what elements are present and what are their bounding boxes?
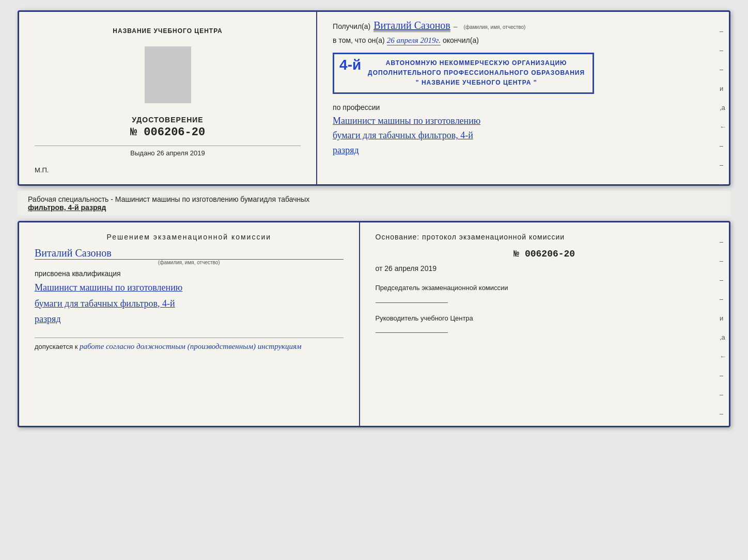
vtom-line: в том, что он(а) 26 апреля 2019г. окончи… <box>333 36 716 45</box>
recipient-name: Виталий Сазонов <box>373 20 450 32</box>
br-dashes: – – – – и ,а ← – – – <box>720 238 726 418</box>
specialty-text: Рабочая специальность - Машинист машины … <box>18 191 730 216</box>
bottom-right-panel: Основание: протокол экзаменационной коми… <box>360 222 729 426</box>
vtom-prefix: в том, что он(а) <box>333 36 385 44</box>
predsedatel-block: Председатель экзаменационной комиссии <box>376 283 713 303</box>
top-certificate: НАЗВАНИЕ УЧЕБНОГО ЦЕНТРА УДОСТОВЕРЕНИЕ №… <box>18 10 730 186</box>
predsedatel-signature-line <box>376 302 448 303</box>
osnovanie-title: Основание: протокол экзаменационной коми… <box>376 233 713 241</box>
vydano-date: 26 апреля 2019 <box>157 149 205 157</box>
udostoverenie-block: УДОСТОВЕРЕНИЕ № 006206-20 <box>130 116 205 139</box>
profession-line3: разряд <box>333 143 716 158</box>
dopusk-prefix: допускается к <box>35 343 77 350</box>
qual-line2: бумаги для табачных фильтров, 4-й <box>35 296 344 312</box>
po-professii-label: по профессии <box>333 103 716 111</box>
qual-line3: разряд <box>35 311 344 327</box>
poluchil-line: Получил(а) Виталий Сазонов – (фамилия, и… <box>333 20 716 32</box>
stamp-line1: АВТОНОМНУЮ НЕКОММЕРЧЕСКУЮ ОРГАНИЗАЦИЮ <box>368 58 585 68</box>
stamp-line2: ДОПОЛНИТЕЛЬНОГО ПРОФЕССИОНАЛЬНОГО ОБРАЗО… <box>368 68 585 78</box>
ot-date: от 26 апреля 2019 <box>376 264 713 273</box>
dopuskaetsya-block: допускается к работе согласно должностны… <box>35 338 344 351</box>
bottom-left-panel: Решением экзаменационной комиссии Витали… <box>19 222 360 426</box>
rukovoditel-signature-line <box>376 332 448 333</box>
center-name-top: НАЗВАНИЕ УЧЕБНОГО ЦЕНТРА <box>113 27 222 35</box>
rukovoditel-label: Руководитель учебного Центра <box>376 313 713 324</box>
dash-right: – <box>454 22 458 30</box>
predsedatel-label: Председатель экзаменационной комиссии <box>376 283 713 293</box>
cert-right-panel: Получил(а) Виталий Сазонов – (фамилия, и… <box>317 12 729 184</box>
qual-line1: Машинист машины по изготовлению <box>35 280 344 296</box>
ot-prefix: от <box>376 264 383 273</box>
profession-line2: бумаги для табачных фильтров, 4-й <box>333 128 716 143</box>
profession-line1: Машинист машины по изготовлению <box>333 114 716 129</box>
ot-date-value: 26 апреля 2019 <box>384 264 437 273</box>
document-container: НАЗВАНИЕ УЧЕБНОГО ЦЕНТРА УДОСТОВЕРЕНИЕ №… <box>18 10 730 427</box>
udostoverenie-number: № 006206-20 <box>130 126 205 139</box>
poluchil-label: Получил(а) <box>333 22 370 30</box>
fio-label-top: (фамилия, имя, отчество) <box>464 24 526 30</box>
stamp-line3: " НАЗВАНИЕ УЧЕБНОГО ЦЕНТРА " <box>368 78 585 88</box>
vtom-date: 26 апреля 2019г. <box>387 36 441 45</box>
specialty-underlined: фильтров, 4-й разряд <box>28 203 106 212</box>
vydano-label: Выдано <box>130 149 154 157</box>
stamp-number: 4-й <box>339 57 361 73</box>
okonchil-text: окончил(а) <box>443 36 479 44</box>
protocol-number: № 006206-20 <box>376 249 713 259</box>
prisvoena-text: присвоена квалификация <box>35 269 344 278</box>
bl-fio-label: (фамилия, имя, отчество) <box>35 260 344 265</box>
photo-placeholder <box>145 46 191 103</box>
right-dashes: – – – и ,а ← – – – <box>720 27 726 188</box>
dopusk-text: работе согласно должностным (производств… <box>80 342 302 350</box>
mp-label: М.П. <box>35 166 49 174</box>
rukovoditel-block: Руководитель учебного Центра <box>376 313 713 333</box>
cert-left-panel: НАЗВАНИЕ УЧЕБНОГО ЦЕНТРА УДОСТОВЕРЕНИЕ №… <box>19 12 317 184</box>
reshenie-title: Решением экзаменационной комиссии <box>35 233 344 241</box>
udostoverenie-title: УДОСТОВЕРЕНИЕ <box>130 116 205 124</box>
bl-name: Виталий Сазонов <box>35 247 344 260</box>
specialty-prefix: Рабочая специальность - Машинист машины … <box>28 195 309 203</box>
bl-name-block: Виталий Сазонов (фамилия, имя, отчество) <box>35 247 344 265</box>
bottom-certificate: Решением экзаменационной комиссии Витали… <box>18 221 730 427</box>
stamp-block: 4-й АВТОНОМНУЮ НЕКОММЕРЧЕСКУЮ ОРГАНИЗАЦИ… <box>333 53 594 94</box>
vydano-line: Выдано 26 апреля 2019 <box>35 146 301 157</box>
